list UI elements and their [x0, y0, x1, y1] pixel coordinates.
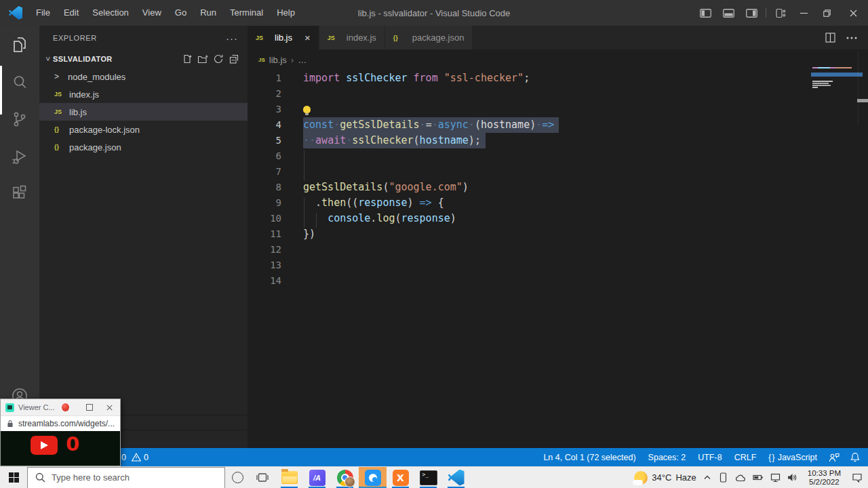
- new-folder-icon[interactable]: [197, 54, 208, 64]
- scrollbar-marker[interactable]: [857, 99, 868, 102]
- menu-edit[interactable]: Edit: [57, 0, 85, 26]
- whitespace-dot: ·: [334, 119, 340, 131]
- file-package-lock.json[interactable]: {}package-lock.json: [39, 121, 248, 138]
- code-line-5[interactable]: 5··await·sslChecker(hostname);: [248, 133, 868, 148]
- breadcrumb[interactable]: JS lib.js › …: [248, 49, 868, 70]
- cortana-button[interactable]: [225, 472, 250, 483]
- code-line-7[interactable]: 7: [248, 164, 868, 180]
- code-line-12[interactable]: 12: [248, 242, 868, 258]
- viewer-count-popup[interactable]: Viewer C... streamlabs.com/widgets/... 0: [0, 399, 121, 466]
- window-title: lib.js - sslvalidator - Visual Studio Co…: [358, 8, 510, 18]
- tab-index.js[interactable]: JSindex.js: [319, 26, 385, 49]
- taskbar-apps: [275, 467, 470, 488]
- lightbulb-icon[interactable]: [303, 106, 311, 113]
- taskbar-app-streamlabs[interactable]: [359, 467, 387, 488]
- close-tab-icon[interactable]: ×: [304, 32, 311, 43]
- phone-icon[interactable]: [718, 472, 728, 483]
- status-cursor-position[interactable]: Ln 4, Col 1 (72 selected): [537, 453, 642, 462]
- file-node_modules[interactable]: >node_modules: [39, 68, 248, 85]
- code-line-1[interactable]: 1import sslChecker from "ssl-checker";: [248, 70, 868, 86]
- file-package.json[interactable]: {}package.json: [39, 138, 248, 156]
- workspace-section-header[interactable]: > SSLVALIDATOR: [39, 50, 248, 68]
- cloud-icon[interactable]: [735, 473, 746, 482]
- file-lib.js[interactable]: JSlib.js: [39, 103, 248, 121]
- start-button[interactable]: [0, 467, 27, 488]
- file-index.js[interactable]: JSindex.js: [39, 85, 248, 103]
- layout-sidebar-left-icon[interactable]: [694, 0, 717, 26]
- menu-terminal[interactable]: Terminal: [223, 0, 270, 26]
- taskbar-app-terminal[interactable]: [414, 467, 442, 488]
- notifications-bell-icon[interactable]: [845, 452, 868, 462]
- activity-run-debug[interactable]: [0, 138, 39, 175]
- activity-search[interactable]: [0, 63, 39, 100]
- code-line-11[interactable]: 11}): [248, 226, 868, 242]
- action-center-icon[interactable]: [852, 472, 863, 483]
- new-file-icon[interactable]: [182, 54, 193, 64]
- battery-icon[interactable]: [753, 472, 764, 483]
- minimize-button[interactable]: [792, 0, 815, 26]
- layout-panel-icon[interactable]: [717, 0, 740, 26]
- menu-view[interactable]: View: [136, 0, 168, 26]
- menu-file[interactable]: File: [29, 0, 57, 26]
- code-line-3[interactable]: 3: [248, 102, 868, 117]
- popup-title: Viewer C...: [18, 403, 55, 411]
- network-icon[interactable]: [770, 472, 781, 483]
- weather-widget[interactable]: 34°C Haze: [634, 471, 696, 485]
- split-editor-icon[interactable]: [825, 33, 835, 43]
- status-language-mode[interactable]: { }JavaScript: [762, 453, 823, 462]
- taskbar-search-box[interactable]: Type here to search: [27, 467, 225, 488]
- task-view-button[interactable]: [250, 472, 275, 483]
- close-button[interactable]: [838, 0, 868, 26]
- code-line-8[interactable]: 8getSslDetails("google.com"): [248, 180, 868, 195]
- workspace-name: SSLVALIDATOR: [53, 55, 113, 63]
- popup-address-bar[interactable]: streamlabs.com/widgets/...: [1, 415, 120, 432]
- taskbar-clock[interactable]: 10:33 PM 5/2/2022: [804, 469, 845, 487]
- popup-url[interactable]: streamlabs.com/widgets/...: [18, 419, 115, 428]
- activity-extensions[interactable]: [0, 175, 39, 212]
- controls-divider: [766, 8, 766, 18]
- taskbar-app-vscode[interactable]: [442, 467, 470, 488]
- code-line-4[interactable]: 4const·getSslDetails·=·async·(hostname)·…: [248, 117, 868, 133]
- indent-guide: [304, 197, 304, 228]
- refresh-icon[interactable]: [213, 54, 224, 64]
- menu-selection[interactable]: Selection: [85, 0, 135, 26]
- code-line-14[interactable]: 14: [248, 273, 868, 289]
- menu-help[interactable]: Help: [270, 0, 302, 26]
- status-label: UTF-8: [698, 453, 722, 462]
- code-line-6[interactable]: 6: [248, 148, 868, 164]
- popup-title-bar[interactable]: Viewer C...: [1, 399, 120, 415]
- taskbar-app-chrome[interactable]: [331, 467, 359, 488]
- explorer-more-actions-icon[interactable]: ···: [226, 33, 238, 44]
- activity-source-control[interactable]: [0, 100, 39, 138]
- status-encoding[interactable]: UTF-8: [692, 453, 728, 462]
- collapse-all-icon[interactable]: [229, 54, 239, 64]
- hidden-icons-chevron-icon[interactable]: [703, 474, 711, 481]
- taskbar-app-file-explorer[interactable]: [275, 467, 303, 488]
- code-line-9[interactable]: 9 .then((response) => {: [248, 195, 868, 211]
- code-line-2[interactable]: 2: [248, 86, 868, 102]
- menu-run[interactable]: Run: [193, 0, 223, 26]
- editor-more-actions-icon[interactable]: [846, 37, 857, 39]
- taskbar-app-xampp[interactable]: [387, 467, 414, 488]
- code-editor[interactable]: 1import sslChecker from "ssl-checker";23…: [248, 70, 868, 448]
- tab-package.json[interactable]: {}package.json: [385, 26, 473, 49]
- file-label: index.js: [69, 89, 99, 100]
- status-eol[interactable]: CRLF: [728, 453, 763, 462]
- activity-explorer[interactable]: [0, 26, 39, 63]
- taskbar-app-app-launcher[interactable]: [303, 467, 331, 488]
- feedback-icon[interactable]: [823, 453, 845, 462]
- popup-maximize-icon[interactable]: [86, 404, 93, 411]
- volume-icon[interactable]: [787, 473, 797, 482]
- restore-button[interactable]: [815, 0, 838, 26]
- customize-layout-icon[interactable]: [769, 0, 792, 26]
- popup-content: 0: [1, 431, 120, 466]
- breadcrumb-more[interactable]: …: [298, 55, 307, 65]
- popup-close-icon[interactable]: [106, 405, 113, 411]
- layout-sidebar-right-icon[interactable]: [740, 0, 763, 26]
- tab-lib.js[interactable]: JSlib.js×: [248, 26, 319, 49]
- menu-go[interactable]: Go: [168, 0, 193, 26]
- code-line-10[interactable]: 10 console.log(response): [248, 211, 868, 226]
- breadcrumb-file[interactable]: lib.js: [269, 55, 287, 65]
- status-indentation[interactable]: Spaces: 2: [642, 453, 692, 462]
- code-line-13[interactable]: 13: [248, 258, 868, 273]
